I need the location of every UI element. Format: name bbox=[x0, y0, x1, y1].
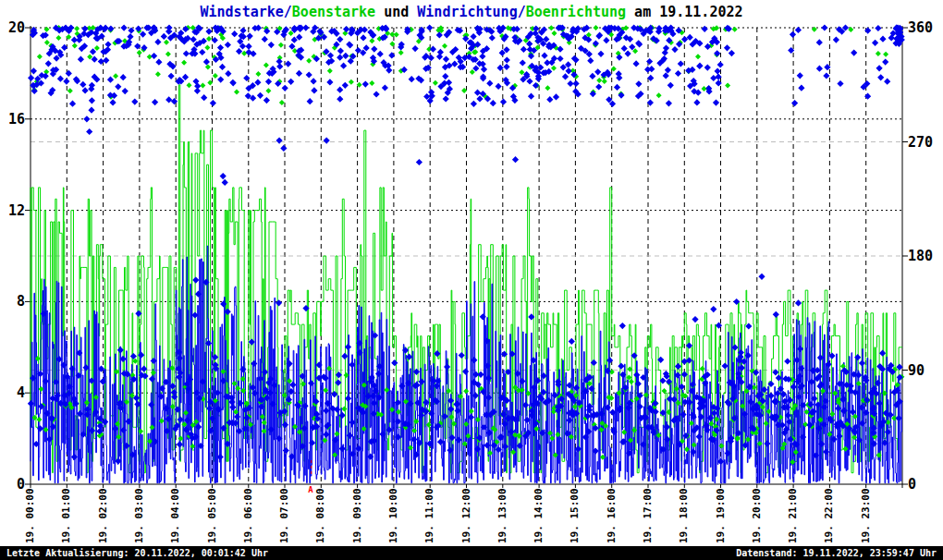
red-annotation-label: A bbox=[308, 485, 313, 494]
x-axis-tick-label: 19. 21:00 bbox=[787, 488, 799, 543]
status-bar: Letzte Aktualisierung: 20.11.2022, 00:01… bbox=[0, 546, 943, 560]
left-axis-tick-label: 20 bbox=[8, 19, 25, 36]
x-axis-tick-label: 19. 00:00 bbox=[24, 488, 36, 543]
left-axis-tick-label: 8 bbox=[17, 293, 25, 310]
x-axis-tick-label: 19. 15:00 bbox=[569, 488, 581, 543]
left-axis-tick-label: 12 bbox=[8, 202, 25, 219]
right-axis-tick-label: 180 bbox=[908, 248, 933, 264]
weather-chart-page: Windstarke/Boenstarke und Windrichtung/B… bbox=[0, 0, 943, 560]
x-axis-tick-label: 19. 19:00 bbox=[715, 488, 727, 543]
right-axis-tick-label: 360 bbox=[908, 19, 933, 36]
x-axis-tick-label: 19. 23:00 bbox=[860, 488, 872, 543]
x-axis-tick-label: 19. 12:00 bbox=[460, 488, 472, 543]
right-axis-tick-label: 90 bbox=[908, 362, 925, 379]
x-axis-tick-label: 19. 06:00 bbox=[242, 488, 254, 543]
x-axis-tick-label: 19. 22:00 bbox=[823, 488, 835, 543]
wind-chart-plot: 20161284036027018090019. 00:0019. 01:001… bbox=[0, 0, 943, 560]
x-axis-tick-label: 19. 17:00 bbox=[642, 488, 654, 543]
status-data-state-label: Datenstand: 19.11.2022, 23:59:47 Uhr bbox=[736, 548, 937, 558]
x-axis-tick-label: 19. 11:00 bbox=[423, 488, 435, 543]
status-last-update-label: Letzte Aktualisierung: 20.11.2022, 00:01… bbox=[6, 548, 268, 558]
x-axis-tick-label: 19. 16:00 bbox=[606, 488, 618, 543]
x-axis-tick-label: 19. 20:00 bbox=[751, 488, 763, 543]
x-axis-tick-label: 19. 05:00 bbox=[206, 488, 218, 543]
x-axis-tick-label: 19. 18:00 bbox=[678, 488, 690, 543]
x-axis-tick-label: 19. 03:00 bbox=[133, 488, 145, 543]
x-axis-tick-label: 19. 01:00 bbox=[60, 488, 72, 543]
x-axis-tick-label: 19. 13:00 bbox=[496, 488, 508, 543]
x-axis-tick-label: 19. 10:00 bbox=[387, 488, 399, 543]
left-axis-tick-label: 4 bbox=[17, 384, 25, 401]
x-axis-tick-label: 19. 14:00 bbox=[533, 488, 545, 543]
x-axis-tick-label: 19. 02:00 bbox=[97, 488, 109, 543]
x-axis-tick-label: 19. 07:00 bbox=[278, 488, 290, 543]
x-axis-tick-label: 19. 04:00 bbox=[169, 488, 181, 543]
left-axis-tick-label: 16 bbox=[8, 111, 25, 128]
x-axis-tick-label: 19. 08:00 bbox=[314, 488, 326, 543]
right-axis-tick-label: 0 bbox=[908, 476, 916, 493]
x-axis-tick-label: 19. 09:00 bbox=[351, 488, 363, 543]
right-axis-tick-label: 270 bbox=[908, 134, 933, 151]
